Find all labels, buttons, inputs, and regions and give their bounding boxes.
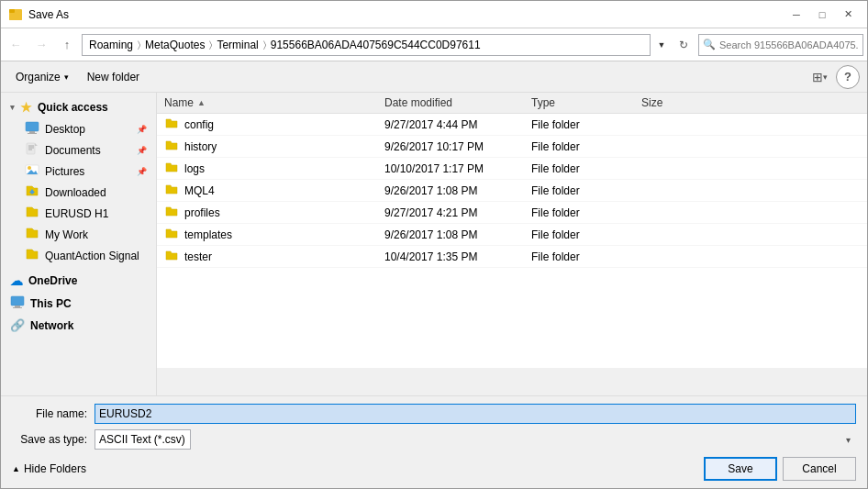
back-button[interactable]: ←: [5, 34, 27, 56]
file-list-header: Name ▲ Date modified Type Size: [157, 93, 867, 114]
folder-icon: [164, 249, 179, 264]
cancel-button[interactable]: Cancel: [783, 457, 856, 481]
search-box: 🔍: [698, 34, 863, 56]
eurusd-h1-label: EURUSD H1: [45, 207, 108, 220]
column-date[interactable]: Date modified: [384, 96, 531, 109]
svg-rect-17: [15, 306, 20, 307]
sidebar-item-my-work[interactable]: My Work: [1, 224, 156, 245]
file-name: tester: [184, 250, 212, 263]
table-row[interactable]: tester 10/4/2017 1:35 PM File folder: [157, 246, 867, 268]
sidebar-item-this-pc[interactable]: This PC: [1, 292, 156, 315]
table-row[interactable]: MQL4 9/26/2017 1:08 PM File folder: [157, 180, 867, 202]
sidebar-item-network[interactable]: 🔗 Network: [1, 315, 156, 336]
file-name-cell: config: [164, 117, 384, 132]
path-separator-1: 〉: [138, 39, 140, 50]
path-segment-roaming[interactable]: Roaming: [86, 38, 136, 52]
sidebar-item-downloaded[interactable]: Downloaded: [1, 182, 156, 203]
file-name-label: File name:: [12, 407, 95, 420]
documents-pin-icon: 📌: [137, 146, 147, 155]
sidebar-item-pictures[interactable]: Pictures 📌: [1, 161, 156, 182]
help-button[interactable]: ?: [836, 65, 860, 89]
sidebar: ▾ ★ Quick access Desktop 📌 Documents 📌: [1, 93, 157, 395]
quick-access-icon: ★: [20, 100, 32, 115]
view-grid-icon: ⊞: [812, 70, 823, 84]
network-icon: 🔗: [10, 318, 25, 332]
pictures-icon: [25, 163, 39, 179]
column-size-label: Size: [641, 96, 662, 109]
table-row[interactable]: templates 9/26/2017 1:08 PM File folder: [157, 224, 867, 246]
file-name-cell: templates: [164, 227, 384, 242]
refresh-button[interactable]: ↻: [673, 34, 695, 56]
sidebar-item-quick-access[interactable]: ▾ ★ Quick access: [1, 96, 156, 118]
up-button[interactable]: ↑: [56, 34, 78, 56]
file-name: profiles: [184, 206, 220, 219]
file-date: 9/27/2017 4:44 PM: [384, 118, 531, 131]
file-name: MQL4: [184, 184, 215, 197]
documents-label: Documents: [45, 144, 101, 157]
save-label: Save: [728, 462, 752, 475]
save-as-dialog: Save As ─ □ ✕ ← → ↑ Roaming 〉 MetaQuotes…: [0, 0, 868, 489]
file-type: File folder: [531, 118, 641, 131]
folder-icon: [164, 205, 179, 220]
column-name[interactable]: Name ▲: [164, 96, 384, 109]
file-name: templates: [184, 228, 232, 241]
file-type: File folder: [531, 162, 641, 175]
file-type: File folder: [531, 140, 641, 153]
file-name-cell: history: [164, 139, 384, 154]
file-type: File folder: [531, 228, 641, 241]
sidebar-item-eurusd-h1[interactable]: EURUSD H1: [1, 203, 156, 224]
path-dropdown-button[interactable]: ▼: [654, 34, 669, 56]
svg-rect-16: [11, 296, 24, 306]
new-folder-button[interactable]: New folder: [80, 65, 147, 89]
column-name-label: Name: [164, 96, 194, 109]
file-date: 10/10/2017 1:17 PM: [384, 162, 531, 175]
svg-rect-18: [13, 307, 22, 308]
forward-button[interactable]: →: [30, 34, 52, 56]
cancel-label: Cancel: [802, 462, 836, 475]
svg-rect-4: [29, 131, 35, 133]
save-as-type-select[interactable]: ASCII Text (*.csv) CSV (*.csv) All Files…: [95, 429, 191, 450]
sidebar-item-documents[interactable]: Documents 📌: [1, 139, 156, 161]
path-segment-guid[interactable]: 915566BA06ADA407569C544CC0D97611: [268, 38, 484, 52]
eurusd-icon: [25, 206, 39, 221]
column-type[interactable]: Type: [531, 96, 641, 109]
file-name-row: File name:: [12, 404, 856, 424]
column-size[interactable]: Size: [641, 96, 715, 109]
file-type: File folder: [531, 206, 641, 219]
toolbar: Organize ▾ New folder ⊞ ▾ ?: [1, 61, 867, 93]
path-segment-metaquotes[interactable]: MetaQuotes: [142, 38, 207, 52]
title-text: Save As: [28, 8, 785, 21]
table-row[interactable]: profiles 9/27/2017 4:21 PM File folder: [157, 202, 867, 224]
column-date-label: Date modified: [384, 96, 452, 109]
file-name-input[interactable]: [95, 404, 856, 424]
sidebar-item-quantaction-signal[interactable]: QuantAction Signal: [1, 245, 156, 266]
main-content: ▾ ★ Quick access Desktop 📌 Documents 📌: [1, 93, 867, 395]
file-name: logs: [184, 162, 205, 175]
address-path[interactable]: Roaming 〉 MetaQuotes 〉 Terminal 〉 915566…: [82, 34, 651, 56]
search-input[interactable]: [719, 39, 859, 50]
window-controls: ─ □ ✕: [785, 6, 860, 24]
hide-folders-button[interactable]: ▲ Hide Folders: [12, 462, 86, 475]
sidebar-item-onedrive[interactable]: ☁ OneDrive: [1, 270, 156, 292]
table-row[interactable]: config 9/27/2017 4:44 PM File folder: [157, 114, 867, 136]
minimize-button[interactable]: ─: [785, 6, 808, 24]
maximize-button[interactable]: □: [810, 6, 834, 24]
hide-folders-label: Hide Folders: [24, 462, 86, 475]
table-row[interactable]: history 9/26/2017 10:17 PM File folder: [157, 136, 867, 158]
sidebar-item-desktop[interactable]: Desktop 📌: [1, 118, 156, 139]
title-bar: Save As ─ □ ✕: [1, 1, 867, 28]
close-button[interactable]: ✕: [836, 6, 860, 24]
desktop-pin-icon: 📌: [137, 125, 147, 134]
table-row[interactable]: logs 10/10/2017 1:17 PM File folder: [157, 158, 867, 180]
path-segment-terminal[interactable]: Terminal: [214, 38, 261, 52]
folder-icon: [164, 161, 179, 176]
organize-button[interactable]: Organize ▾: [8, 65, 76, 89]
save-button[interactable]: Save: [704, 457, 777, 481]
button-row: ▲ Hide Folders Save Cancel: [12, 457, 856, 481]
view-options-button[interactable]: ⊞ ▾: [807, 66, 832, 88]
collapse-icon: ▾: [10, 103, 15, 112]
svg-rect-15: [31, 193, 34, 194]
svg-rect-6: [27, 143, 35, 154]
this-pc-icon: [10, 295, 25, 311]
help-icon: ?: [844, 70, 851, 83]
